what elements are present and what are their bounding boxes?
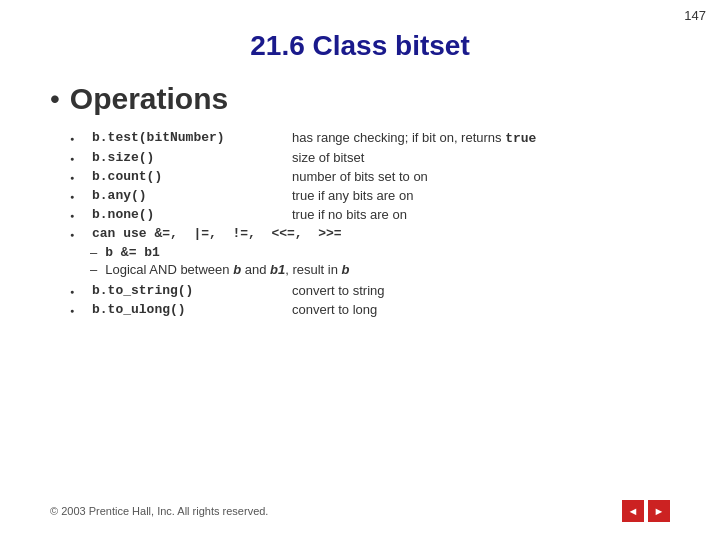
footer-copyright: © 2003 Prentice Hall, Inc. All rights re… (50, 505, 268, 517)
bullet-icon: ● (70, 284, 86, 295)
footer: © 2003 Prentice Hall, Inc. All rights re… (0, 500, 720, 522)
desc-text: true if any bits are on (292, 188, 413, 203)
list-item: ● b.test(bitNumber) has range checking; … (70, 130, 670, 146)
sub-list-item: – Logical AND between b and b1, result i… (90, 262, 670, 277)
list-item: ● b.none() true if no bits are on (70, 207, 670, 222)
dash-icon: – (90, 245, 97, 260)
list-item-toulong: ● b.to_ulong() convert to long (70, 302, 670, 317)
list-item-tostring: ● b.to_string() convert to string (70, 283, 670, 298)
desc-text: has range checking; if bit on, returns t… (292, 130, 536, 146)
desc-text: size of bitset (292, 150, 364, 165)
section-heading-text: Operations (70, 82, 228, 116)
list-item: ● b.any() true if any bits are on (70, 188, 670, 203)
code-label: b.count() (92, 169, 292, 184)
highlight-true: true (505, 131, 536, 146)
desc-text: convert to string (292, 283, 385, 298)
desc-text: convert to long (292, 302, 377, 317)
operations-list: ● b.test(bitNumber) has range checking; … (50, 130, 670, 241)
next-button[interactable]: ► (648, 500, 670, 522)
bullet-icon: ● (70, 189, 86, 200)
dash-icon: – (90, 262, 97, 277)
code-label: b.test(bitNumber) (92, 130, 292, 145)
section-heading: • Operations (50, 82, 670, 116)
bullet-icon: ● (70, 208, 86, 219)
sub-desc: Logical AND between b and b1, result in … (105, 262, 349, 277)
list-item: ● b.size() size of bitset (70, 150, 670, 165)
code-label: b.none() (92, 207, 292, 222)
prev-button[interactable]: ◄ (622, 500, 644, 522)
list-item: ● can use &=, |=, !=, <<=, >>= (70, 226, 670, 241)
sub-list-item: – b &= b1 (90, 245, 670, 260)
bullet-icon: ● (70, 151, 86, 162)
code-label: b.size() (92, 150, 292, 165)
code-label: b.to_string() (92, 283, 292, 298)
sub-code: b &= b1 (105, 245, 305, 260)
code-label: can use &=, |=, !=, <<=, >>= (92, 226, 342, 241)
list-item: ● b.count() number of bits set to on (70, 169, 670, 184)
large-bullet-icon: • (50, 85, 60, 113)
bullet-icon: ● (70, 303, 86, 314)
bullet-icon: ● (70, 131, 86, 142)
slide-container: 21.6 Class bitset • Operations ● b.test(… (0, 0, 720, 341)
code-label: b.to_ulong() (92, 302, 292, 317)
bullet-icon: ● (70, 227, 86, 238)
slide-title: 21.6 Class bitset (50, 30, 670, 62)
desc-text: number of bits set to on (292, 169, 428, 184)
bullet-icon: ● (70, 170, 86, 181)
page-number: 147 (684, 8, 706, 23)
nav-buttons: ◄ ► (622, 500, 670, 522)
sub-list: – b &= b1 – Logical AND between b and b1… (50, 245, 670, 277)
bottom-list: ● b.to_string() convert to string ● b.to… (50, 283, 670, 317)
code-label: b.any() (92, 188, 292, 203)
desc-text: true if no bits are on (292, 207, 407, 222)
